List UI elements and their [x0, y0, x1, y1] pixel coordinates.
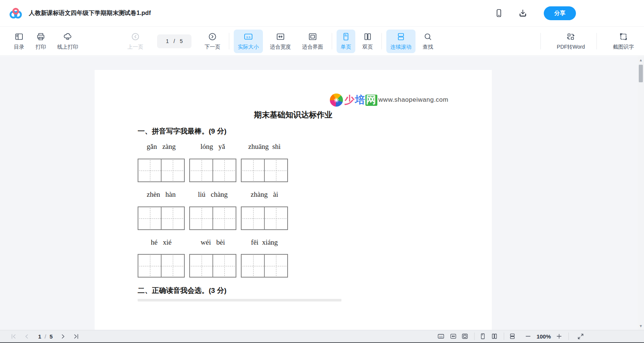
download-icon[interactable] [518, 9, 527, 18]
continuous-scroll-icon [396, 32, 405, 41]
last-page-button[interactable] [72, 333, 79, 340]
writing-grid-row-2 [138, 206, 288, 230]
worksheet-title: 期末基础知识达标作业 [95, 110, 492, 120]
character-grid [189, 159, 236, 182]
pdf-to-word-button[interactable]: PDF转Word [553, 30, 589, 53]
brand-char-shao: 少 [344, 94, 355, 105]
first-page-button[interactable] [10, 333, 18, 340]
single-page-label: 单页 [341, 44, 351, 50]
page-indicator-bottom: 1 / 5 [38, 333, 53, 340]
character-grid [189, 206, 236, 230]
character-grid [138, 206, 185, 230]
find-label: 查找 [423, 44, 433, 50]
pinyin-group: zhuāng shì [241, 143, 288, 151]
status-bar: 1 / 5 1:1 [0, 330, 644, 343]
continuous-scroll-button-bottom[interactable] [509, 333, 516, 340]
single-page-button-bottom[interactable] [479, 333, 486, 340]
document-viewport[interactable]: ❀ 少培网 www.shaopeiwang.com 期末基础知识达标作业 一、拼… [0, 56, 644, 330]
shaopeiwang-logo-icon: ❀ [330, 94, 343, 107]
actual-size-button-bottom[interactable]: 1:1 [437, 333, 445, 340]
pinyin-row-2: zhèn hàn liú chàng zhàng ài [138, 190, 288, 199]
scroll-down-icon[interactable]: ▼ [638, 324, 644, 328]
toc-button[interactable]: 目录 [10, 30, 28, 53]
pinyin-group: wéi bèi [189, 238, 236, 246]
statusbar-divider [474, 333, 475, 340]
statusbar-divider [568, 333, 569, 340]
fit-width-button[interactable]: 适合宽度 [266, 30, 295, 53]
header-actions: 分享 [479, 6, 576, 20]
brand-char-pei: 培 [355, 94, 365, 105]
double-page-icon [363, 32, 372, 41]
zoom-in-button[interactable] [556, 333, 562, 340]
pinyin-row-3: hé xié wéi bèi fēi xiáng [138, 238, 288, 246]
online-print-button[interactable]: 线上打印 [53, 30, 82, 53]
document-title: 人教新课标语文四年级下学期期末测试卷1.pdf [29, 9, 151, 17]
pdf-page-1: ❀ 少培网 www.shaopeiwang.com 期末基础知识达标作业 一、拼… [95, 70, 492, 330]
zoom-level: 100% [537, 333, 551, 340]
fit-page-icon [308, 32, 317, 41]
double-page-label: 双页 [362, 44, 373, 50]
page-separator: / [45, 333, 46, 340]
double-page-button[interactable]: 双页 [358, 30, 377, 53]
share-button[interactable]: 分享 [544, 6, 576, 20]
find-button[interactable]: 查找 [418, 30, 437, 53]
page-indicator[interactable]: 1 / 5 [157, 34, 191, 48]
pdf-to-word-label: PDF转Word [557, 44, 585, 50]
zoom-out-button[interactable] [525, 333, 531, 340]
scroll-up-icon[interactable]: ▲ [638, 58, 644, 62]
screenshot-ocr-button[interactable]: 截图识字 [609, 30, 638, 53]
scrollbar-thumb[interactable] [639, 65, 643, 82]
next-page-button[interactable]: 下一页 [200, 30, 224, 53]
print-button[interactable]: 打印 [31, 30, 50, 53]
svg-text:1:1: 1:1 [246, 35, 251, 39]
toolbar-divider [229, 33, 229, 49]
fit-width-label: 适合宽度 [270, 44, 291, 50]
fit-page-button-bottom[interactable] [461, 333, 468, 340]
toolbar-divider [540, 33, 541, 49]
continuous-scroll-label: 连续滚动 [390, 44, 411, 50]
prev-page-button[interactable]: 上一页 [123, 30, 147, 53]
pinyin-group: zhèn hàn [138, 190, 185, 199]
brand-header: ❀ 少培网 www.shaopeiwang.com [330, 93, 448, 107]
online-print-label: 线上打印 [57, 44, 78, 50]
next-page-label: 下一页 [205, 44, 220, 50]
toolbar-divider [381, 33, 382, 49]
next-page-button-bottom[interactable] [59, 333, 67, 340]
pinyin-group: fēi xiáng [241, 238, 288, 246]
header: 人教新课标语文四年级下学期期末测试卷1.pdf 分享 [0, 0, 644, 27]
fit-width-button-bottom[interactable] [450, 333, 457, 340]
statusbar-divider [504, 333, 504, 340]
cutoff-text-line [138, 299, 341, 301]
prev-page-icon [131, 32, 140, 41]
actual-size-icon: 1:1 [243, 32, 253, 41]
pinyin-group: lóng yǎ [189, 143, 236, 151]
double-page-button-bottom[interactable] [491, 333, 498, 340]
toc-label: 目录 [14, 44, 24, 50]
writing-grid-row-3 [138, 254, 288, 278]
fit-page-button[interactable]: 适合界面 [298, 30, 327, 53]
toolbar: 目录 打印 线上打印 上一页 1 / 5 下一页 [0, 27, 644, 56]
screenshot-ocr-icon [619, 32, 628, 41]
vertical-scrollbar[interactable]: ▲ ▼ [638, 56, 644, 330]
cloud-print-icon [63, 32, 72, 41]
statusbar-right: 1:1 [432, 333, 584, 340]
total-page-number: 5 [50, 333, 53, 340]
single-page-button[interactable]: 单页 [337, 30, 355, 53]
section-1-heading: 一、拼音写字我最棒。(9 分) [138, 126, 227, 136]
current-page-number: 1 [38, 333, 41, 340]
brand-url: www.shaopeiwang.com [378, 96, 448, 104]
pinyin-group: zhàng ài [241, 190, 288, 199]
fullscreen-button[interactable] [577, 333, 584, 340]
continuous-scroll-button[interactable]: 连续滚动 [386, 30, 415, 53]
fit-width-icon [276, 32, 285, 41]
pinyin-row-1: gǎn zàng lóng yǎ zhuāng shì [138, 143, 288, 151]
mobile-phone-icon[interactable] [494, 9, 503, 18]
fit-page-label: 适合界面 [302, 44, 323, 50]
prev-page-button-bottom[interactable] [23, 333, 30, 340]
character-grid [189, 254, 236, 278]
brand-name: 少培网 [344, 93, 377, 107]
pdf-to-word-icon [566, 32, 575, 41]
actual-size-button[interactable]: 1:1 实际大小 [234, 30, 263, 53]
pinyin-group: gǎn zàng [138, 143, 185, 151]
character-grid [241, 206, 288, 230]
